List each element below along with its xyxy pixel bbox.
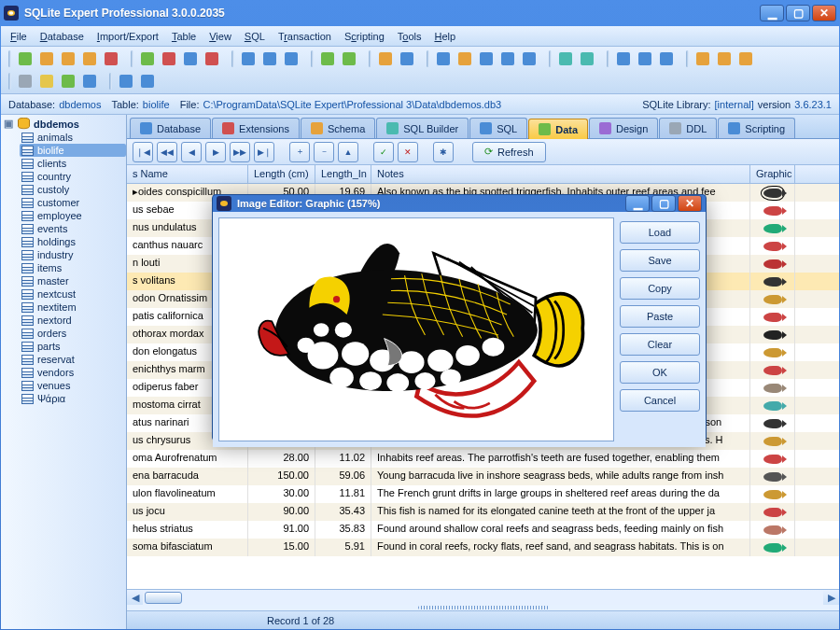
modal-ok-button[interactable]: OK xyxy=(620,361,700,384)
cell-length_in[interactable]: 11.02 xyxy=(315,450,371,468)
graphic-thumbnail[interactable] xyxy=(763,277,782,287)
cell-graphic[interactable] xyxy=(750,379,795,397)
col-notes[interactable]: Notes xyxy=(371,165,750,183)
nav-insert[interactable]: ＋ xyxy=(289,142,310,162)
cell-length_cm[interactable]: 15.00 xyxy=(248,539,315,556)
cell-length_in[interactable]: 35.43 xyxy=(315,503,371,521)
toolbar-button[interactable] xyxy=(15,71,35,91)
nav-prev-page[interactable]: ◀◀ xyxy=(157,142,177,162)
toolbar-button[interactable] xyxy=(79,71,100,91)
toolbar-button[interactable] xyxy=(476,49,497,69)
tab-sql[interactable]: SQL xyxy=(469,118,527,138)
about-button[interactable] xyxy=(137,71,158,91)
cell-graphic[interactable] xyxy=(750,432,795,450)
toolbar-button[interactable] xyxy=(397,49,417,69)
toolbar-button[interactable] xyxy=(555,49,576,69)
graphic-thumbnail[interactable] xyxy=(763,419,782,428)
sidebar-item-biolife[interactable]: biolife xyxy=(20,144,126,157)
cell-length_cm[interactable]: 30.00 xyxy=(248,485,315,503)
sidebar-item-master[interactable]: master xyxy=(20,274,126,287)
refresh-button[interactable]: ⟳ Refresh xyxy=(472,142,546,162)
modal-clear-button[interactable]: Clear xyxy=(620,333,700,356)
cell-graphic[interactable] xyxy=(750,184,795,202)
col-length_in[interactable]: Length_In xyxy=(315,165,371,183)
cell-notes[interactable]: Found in coral reefs, rocky flats, reef … xyxy=(371,539,750,556)
toolbar-button[interactable] xyxy=(613,49,634,69)
modal-paste-button[interactable]: Paste xyxy=(620,305,700,328)
menu-database[interactable]: Database xyxy=(35,29,90,44)
graphic-thumbnail[interactable] xyxy=(763,490,782,499)
scroll-track[interactable] xyxy=(143,591,823,605)
graphic-thumbnail[interactable] xyxy=(763,348,782,357)
cell-graphic[interactable] xyxy=(750,343,795,361)
modal-copy-button[interactable]: Copy xyxy=(620,277,700,300)
col-name[interactable]: s Name xyxy=(127,165,248,183)
cell-graphic[interactable] xyxy=(750,326,795,343)
graphic-thumbnail[interactable] xyxy=(763,437,782,446)
table-row[interactable]: ena barracuda150.0059.06Young barracuda … xyxy=(127,468,839,485)
toolbar-button[interactable] xyxy=(36,49,57,69)
graphic-thumbnail[interactable] xyxy=(763,189,782,198)
graphic-thumbnail[interactable] xyxy=(763,224,782,233)
sidebar-item-nextitem[interactable]: nextitem xyxy=(20,301,126,314)
tab-database[interactable]: Database xyxy=(130,118,211,138)
cell-graphic[interactable] xyxy=(750,219,795,237)
cell-length_cm[interactable]: 91.00 xyxy=(248,521,315,539)
sidebar-item-events[interactable]: events xyxy=(20,222,126,235)
cell-name[interactable]: us jocu xyxy=(127,503,248,521)
toolbar-button[interactable] xyxy=(519,49,539,69)
sidebar-item-holdings[interactable]: holdings xyxy=(20,235,126,248)
graphic-thumbnail[interactable] xyxy=(763,543,782,553)
sidebar-item-venues[interactable]: venues xyxy=(20,379,126,392)
table-row[interactable]: ulon flavolineatum30.0011.81The French g… xyxy=(127,485,839,503)
splitter-handle[interactable] xyxy=(418,606,549,609)
cell-notes[interactable]: Found around shallow coral reefs and sea… xyxy=(371,521,750,539)
graphic-thumbnail[interactable] xyxy=(763,366,782,375)
sidebar-item-employee[interactable]: employee xyxy=(20,209,126,222)
menu-sql[interactable]: SQL xyxy=(239,29,271,44)
cell-graphic[interactable] xyxy=(750,485,795,503)
nav-last[interactable]: ▶❘ xyxy=(254,142,274,162)
cell-graphic[interactable] xyxy=(750,308,795,326)
cell-graphic[interactable] xyxy=(750,397,795,414)
table-row[interactable]: oma Aurofrenatum28.0011.02Inhabits reef … xyxy=(127,450,839,468)
modal-load-button[interactable]: Load xyxy=(620,221,700,244)
nav-cancel[interactable]: ✕ xyxy=(398,142,418,162)
toolbar-button[interactable] xyxy=(79,49,100,69)
menu-tools[interactable]: Tools xyxy=(392,29,427,44)
nav-delete[interactable]: － xyxy=(314,142,334,162)
nav-next-page[interactable]: ▶▶ xyxy=(230,142,250,162)
modal-cancel-button[interactable]: Cancel xyxy=(620,389,700,412)
cell-notes[interactable]: Young barracuda live in inshore seagrass… xyxy=(371,468,750,485)
menubar[interactable]: FileDatabaseImport/ExportTableViewSQLTra… xyxy=(1,26,839,47)
menu-import-export[interactable]: Import/Export xyxy=(91,29,164,44)
cell-name[interactable]: oma Aurofrenatum xyxy=(127,450,248,468)
toolbar-button[interactable] xyxy=(159,49,179,69)
toolbar-button[interactable] xyxy=(577,49,597,69)
modal-maximize-button[interactable]: ▢ xyxy=(651,195,676,212)
graphic-thumbnail[interactable] xyxy=(763,259,782,269)
cell-graphic[interactable] xyxy=(750,273,795,290)
image-editor-window[interactable]: Image Editor: Graphic (157%) ▁ ▢ ✕ xyxy=(212,194,707,441)
nav-next[interactable]: ▶ xyxy=(205,142,226,162)
toolbar-button[interactable] xyxy=(455,49,475,69)
tab-scripting[interactable]: Scripting xyxy=(718,118,795,138)
nav-bookmark[interactable]: ✱ xyxy=(433,142,454,162)
sidebar-item-Ψάρια[interactable]: Ψάρια xyxy=(20,392,126,405)
menu-transaction[interactable]: Transaction xyxy=(273,29,337,44)
image-canvas[interactable] xyxy=(218,217,614,441)
toolbar-button[interactable] xyxy=(693,49,713,69)
minimize-button[interactable]: ▁ xyxy=(760,5,784,21)
tab-bar[interactable]: DatabaseExtensionsSchemaSQL BuilderSQLDa… xyxy=(127,115,839,139)
help-button[interactable] xyxy=(116,71,136,91)
cell-graphic[interactable] xyxy=(750,539,795,556)
cell-graphic[interactable] xyxy=(750,521,795,539)
collapse-icon[interactable]: ▣ xyxy=(3,118,14,130)
cell-graphic[interactable] xyxy=(750,503,795,521)
toolbar-button[interactable] xyxy=(137,49,158,69)
toolbar-button[interactable] xyxy=(15,49,35,69)
graphic-thumbnail[interactable] xyxy=(763,455,782,464)
toolbar-button[interactable] xyxy=(714,49,735,69)
toolbar-button[interactable] xyxy=(202,49,222,69)
grid-toolbar[interactable]: ❘◀ ◀◀ ◀ ▶ ▶▶ ▶❘ ＋ － ▲ ✓ ✕ ✱ ⟳ xyxy=(127,139,839,165)
